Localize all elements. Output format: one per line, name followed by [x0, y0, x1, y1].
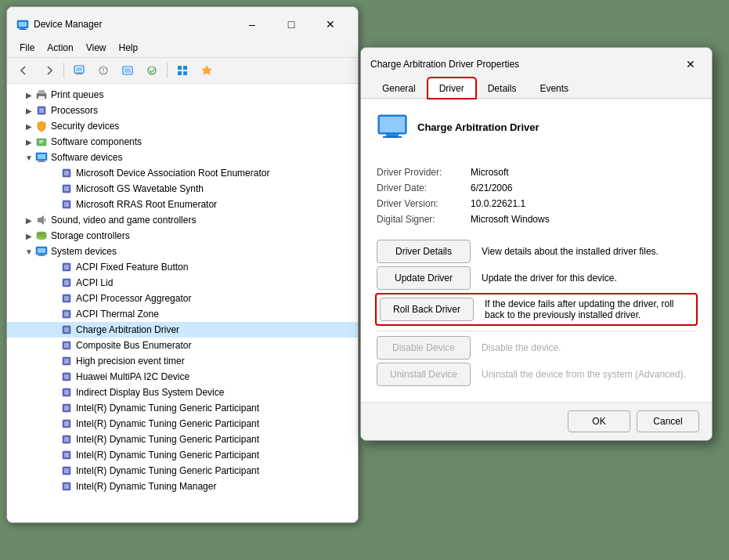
tree-item-intel-dyn-1[interactable]: Intel(R) Dynamic Tuning Generic Particip…: [7, 400, 358, 416]
tree-toggle-huawei-multiPA: [48, 370, 60, 383]
action-btn-roll-back[interactable]: Roll Back Driver: [380, 298, 474, 321]
tree-item-ms-device-assoc[interactable]: Microsoft Device Association Root Enumer…: [7, 165, 358, 181]
menu-help[interactable]: Help: [113, 40, 145, 56]
tree-label-charge-arb: Charge Arbitration Driver: [76, 324, 179, 335]
tree-icon-intel-dyn-mgr: [60, 480, 73, 493]
dialog-close-button[interactable]: ✕: [679, 54, 702, 74]
back-button[interactable]: [13, 60, 35, 81]
svg-rect-45: [64, 265, 69, 269]
tree-icon-intel-dyn-5: [60, 464, 73, 477]
tree-label-sound-video: Sound, video and game controllers: [51, 215, 196, 226]
tree-toggle-storage-controllers[interactable]: ▶: [23, 229, 35, 242]
tree-toggle-print-queues[interactable]: ▶: [23, 89, 35, 101]
tree-item-charge-arb[interactable]: Charge Arbitration Driver: [7, 322, 358, 338]
tab-driver[interactable]: Driver: [428, 78, 476, 99]
svg-rect-77: [383, 136, 402, 138]
tree-label-storage-controllers: Storage controllers: [51, 230, 130, 241]
menu-file[interactable]: File: [13, 40, 41, 56]
tree-item-huawei-multiPA[interactable]: Huawei MultiPA I2C Device: [7, 369, 358, 385]
tree-item-acpi-thermal[interactable]: ACPI Thermal Zone: [7, 306, 358, 322]
tree-toggle-intel-dyn-5: [48, 464, 60, 477]
maximize-button[interactable]: □: [273, 13, 309, 35]
date-row: Driver Date: 6/21/2006: [377, 180, 696, 196]
tree-item-system-devices[interactable]: ▼System devices: [7, 244, 358, 259]
tree-toggle-processors[interactable]: ▶: [23, 104, 35, 117]
tree-item-composite-bus[interactable]: Composite Bus Enumerator: [7, 338, 358, 353]
signer-row: Digital Signer: Microsoft Windows: [377, 211, 696, 227]
toolbar-btn-6[interactable]: [196, 60, 218, 81]
tree-item-indirect-display[interactable]: Indirect Display Bus System Device: [7, 385, 358, 400]
menu-view[interactable]: View: [80, 40, 113, 56]
tree-toggle-security-devices[interactable]: ▶: [23, 120, 35, 132]
toolbar-btn-2[interactable]: [92, 60, 114, 81]
date-value: 6/21/2006: [471, 180, 696, 196]
forward-button[interactable]: [38, 60, 60, 81]
tab-events[interactable]: Events: [528, 78, 580, 99]
toolbar-btn-1[interactable]: [68, 60, 90, 81]
action-row-uninstall-device: Uninstall Device Uninstall the device fr…: [377, 363, 696, 386]
tree-item-software-components[interactable]: ▶Software components: [7, 134, 358, 150]
menu-bar: File Action View Help: [7, 38, 358, 58]
tree-label-intel-dyn-mgr: Intel(R) Dynamic Tuning Manager: [76, 481, 216, 492]
tree-item-intel-dyn-2[interactable]: Intel(R) Dynamic Tuning Generic Particip…: [7, 416, 358, 432]
tree-item-ms-gs-wavetable[interactable]: Microsoft GS Wavetable Synth: [7, 181, 358, 197]
tree-item-acpi-lid[interactable]: ACPI Lid: [7, 275, 358, 291]
tree-item-software-devices[interactable]: ▼Software devices: [7, 150, 358, 165]
tab-details[interactable]: Details: [476, 78, 529, 99]
toolbar-btn-4[interactable]: [141, 60, 163, 81]
toolbar-btn-3[interactable]: [117, 60, 139, 81]
tree-toggle-software-devices[interactable]: ▼: [23, 151, 35, 164]
action-btn-update-driver[interactable]: Update Driver: [377, 266, 471, 290]
svg-rect-20: [38, 96, 45, 99]
tree-label-high-precision: High precision event timer: [76, 356, 185, 367]
tree-item-ms-rras-root[interactable]: Microsoft RRAS Root Enumerator: [7, 197, 358, 212]
action-row-highlighted-roll-back: Roll Back Driver If the device fails aft…: [375, 293, 698, 326]
ok-button[interactable]: OK: [568, 410, 630, 432]
svg-rect-65: [64, 421, 69, 426]
svg-rect-22: [39, 108, 44, 113]
dialog-device-name: Charge Arbitration Driver: [417, 121, 540, 133]
tree-item-intel-dyn-5[interactable]: Intel(R) Dynamic Tuning Generic Particip…: [7, 463, 358, 479]
tree-toggle-software-components[interactable]: ▶: [23, 135, 35, 148]
tree-item-high-precision[interactable]: High precision event timer: [7, 353, 358, 369]
close-button[interactable]: ✕: [312, 13, 348, 35]
cancel-button[interactable]: Cancel: [637, 410, 699, 432]
properties-dialog: Charge Arbitration Driver Properties ✕ G…: [360, 47, 713, 441]
tree-item-print-queues[interactable]: ▶Print queues: [7, 87, 358, 103]
svg-rect-57: [64, 359, 69, 363]
date-label: Driver Date:: [377, 180, 471, 196]
svg-rect-16: [178, 71, 182, 75]
tree-pane[interactable]: ▶Print queues▶Processors▶Security device…: [7, 84, 358, 522]
svg-rect-17: [183, 71, 187, 75]
svg-rect-61: [64, 390, 69, 395]
tree-icon-huawei-multiPA: [60, 370, 73, 383]
minimize-button[interactable]: –: [234, 13, 270, 35]
svg-rect-5: [76, 67, 82, 71]
tree-toggle-system-devices[interactable]: ▼: [23, 245, 35, 258]
tree-icon-intel-dyn-3: [60, 433, 73, 446]
tree-item-intel-dyn-4[interactable]: Intel(R) Dynamic Tuning Generic Particip…: [7, 447, 358, 463]
tree-item-processors[interactable]: ▶Processors: [7, 103, 358, 118]
tree-item-intel-dyn-3[interactable]: Intel(R) Dynamic Tuning Generic Particip…: [7, 432, 358, 447]
svg-rect-19: [38, 90, 45, 94]
svg-rect-43: [38, 255, 45, 256]
tree-item-acpi-fixed[interactable]: ACPI Fixed Feature Button: [7, 259, 358, 275]
tree-item-storage-controllers[interactable]: ▶Storage controllers: [7, 228, 358, 244]
window-controls: – □ ✕: [234, 13, 348, 35]
svg-rect-42: [39, 255, 44, 255]
tree-toggle-sound-video[interactable]: ▶: [23, 214, 35, 226]
svg-rect-29: [38, 161, 45, 162]
title-bar: Device Manager – □ ✕: [7, 7, 358, 38]
tree-item-intel-dyn-mgr[interactable]: Intel(R) Dynamic Tuning Manager: [7, 479, 358, 494]
tree-item-sound-video[interactable]: ▶Sound, video and game controllers: [7, 212, 358, 228]
action-btn-driver-details[interactable]: Driver Details: [377, 240, 471, 263]
svg-rect-51: [64, 312, 69, 316]
tree-item-acpi-proc-agg[interactable]: ACPI Processor Aggregator: [7, 291, 358, 306]
toolbar-btn-5[interactable]: [171, 60, 193, 81]
svg-rect-31: [64, 171, 69, 175]
tree-item-security-devices[interactable]: ▶Security devices: [7, 118, 358, 134]
tab-general[interactable]: General: [370, 78, 428, 99]
tree-icon-software-devices: [35, 151, 48, 164]
action-desc-driver-details: View details about the installed driver …: [482, 246, 696, 257]
menu-action[interactable]: Action: [41, 40, 79, 56]
